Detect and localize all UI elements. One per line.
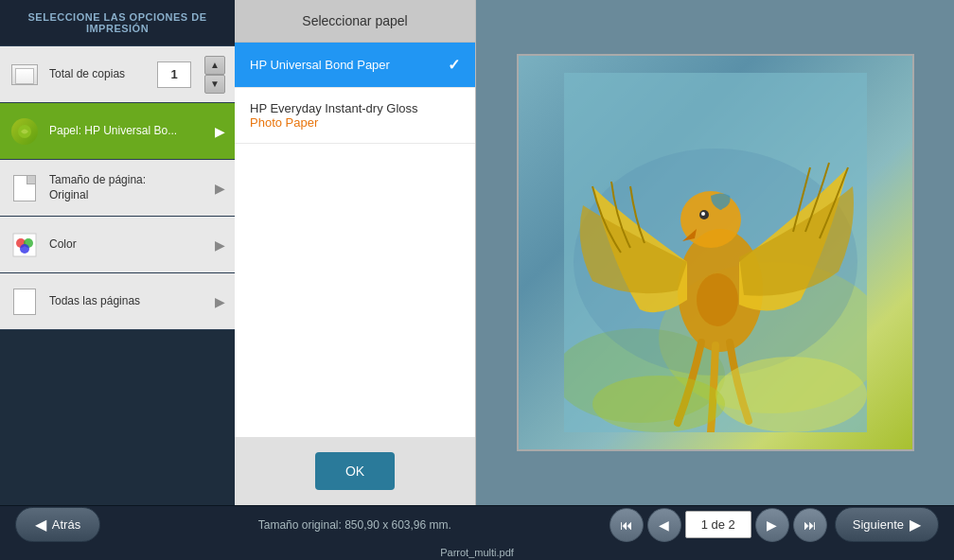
svg-point-12 bbox=[701, 212, 705, 216]
color-label: Color bbox=[49, 237, 215, 253]
dropdown-panel: Seleccionar papel HP Universal Bond Pape… bbox=[235, 0, 476, 505]
dropdown-item-line1: HP Everyday Instant-dry Gloss bbox=[250, 101, 418, 115]
dropdown-list: HP Universal Bond Paper ✓ HP Everyday In… bbox=[235, 43, 475, 437]
back-arrow-icon: ◀ bbox=[35, 516, 46, 534]
next-page-button[interactable]: ▶ bbox=[755, 508, 789, 542]
sidebar-item-pagesize[interactable]: Tamaño de página: Original ▶ bbox=[0, 160, 235, 217]
dropdown-header: Seleccionar papel bbox=[235, 0, 475, 43]
color-icon bbox=[9, 230, 40, 260]
svg-point-15 bbox=[592, 376, 725, 432]
dropdown-item-line2: Photo Paper bbox=[250, 115, 418, 130]
dropdown-footer: OK bbox=[235, 437, 475, 505]
allpages-icon bbox=[9, 287, 40, 317]
allpages-label: Todas las páginas bbox=[49, 294, 215, 309]
color-arrow-icon: ▶ bbox=[215, 237, 225, 253]
next-label: Siguiente bbox=[853, 517, 904, 532]
paper-label: Papel: HP Universal Bo... bbox=[49, 124, 215, 139]
copies-icon bbox=[9, 60, 40, 90]
page-display: 1 de 2 bbox=[685, 511, 751, 538]
status-text: Tamaño original: 850,90 x 603,96 mm. bbox=[108, 518, 602, 532]
svg-point-4 bbox=[20, 244, 29, 254]
back-label: Atrás bbox=[52, 517, 80, 532]
prev-page-button[interactable]: ◀ bbox=[647, 508, 681, 542]
copies-input[interactable] bbox=[157, 61, 191, 88]
next-arrow-icon: ▶ bbox=[910, 516, 921, 534]
paper-icon bbox=[9, 116, 40, 147]
back-button[interactable]: ◀ Atrás bbox=[15, 507, 100, 542]
svg-point-14 bbox=[716, 357, 867, 432]
dropdown-item-everyday-gloss[interactable]: HP Everyday Instant-dry Gloss Photo Pape… bbox=[235, 88, 475, 144]
copies-label: Total de copias bbox=[49, 67, 151, 82]
pagesize-arrow-icon: ▶ bbox=[215, 181, 225, 196]
dropdown-item-universal-bond[interactable]: HP Universal Bond Paper ✓ bbox=[235, 43, 475, 88]
sidebar-spacer bbox=[0, 330, 235, 505]
dropdown-item-label: HP Universal Bond Paper bbox=[250, 58, 390, 72]
sidebar-header: SELECCIONE LAS OPCIONES DE IMPRESIÓN bbox=[0, 0, 235, 46]
sidebar-item-color[interactable]: Color ▶ bbox=[0, 217, 235, 273]
page-controls: ⏮ ◀ 1 de 2 ▶ ⏭ bbox=[610, 508, 827, 542]
pagesize-icon bbox=[9, 173, 40, 203]
copies-up-button[interactable]: ▲ bbox=[204, 56, 225, 75]
allpages-arrow-icon: ▶ bbox=[215, 294, 225, 309]
filename: Parrot_multi.pdf bbox=[0, 545, 954, 560]
preview-area bbox=[476, 0, 954, 505]
first-page-button[interactable]: ⏮ bbox=[610, 508, 644, 542]
paper-arrow-icon: ▶ bbox=[215, 124, 225, 139]
pagesize-label: Tamaño de página: Original bbox=[49, 173, 215, 202]
copies-stepper: ▲ ▼ bbox=[204, 56, 225, 94]
sidebar-item-paper[interactable]: Papel: HP Universal Bo... ▶ bbox=[0, 103, 235, 160]
preview-image bbox=[517, 54, 914, 451]
parrot-illustration bbox=[564, 73, 867, 432]
main-content: SELECCIONE LAS OPCIONES DE IMPRESIÓN Tot… bbox=[0, 0, 954, 505]
sidebar: SELECCIONE LAS OPCIONES DE IMPRESIÓN Tot… bbox=[0, 0, 235, 505]
sidebar-item-copies[interactable]: Total de copias ▲ ▼ bbox=[0, 46, 235, 103]
sidebar-item-allpages[interactable]: Todas las páginas ▶ bbox=[0, 273, 235, 330]
next-button[interactable]: Siguiente ▶ bbox=[835, 507, 939, 542]
checkmark-icon: ✓ bbox=[448, 56, 460, 74]
dropdown-item-multiline: HP Everyday Instant-dry Gloss Photo Pape… bbox=[250, 101, 418, 130]
svg-point-13 bbox=[697, 273, 738, 326]
bottom-bar: ◀ Atrás Tamaño original: 850,90 x 603,96… bbox=[0, 505, 954, 560]
last-page-button[interactable]: ⏭ bbox=[793, 508, 827, 542]
ok-button[interactable]: OK bbox=[315, 452, 395, 490]
copies-down-button[interactable]: ▼ bbox=[204, 75, 225, 94]
